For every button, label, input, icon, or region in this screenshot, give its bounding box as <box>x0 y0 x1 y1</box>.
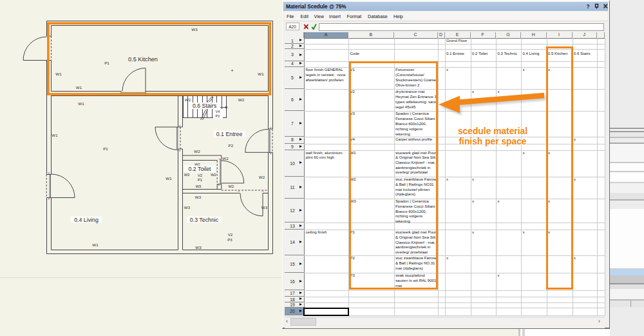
svg-text:V2: V2 <box>228 232 233 237</box>
svg-text:W1: W1 <box>55 72 62 76</box>
svg-text:P1: P1 <box>103 146 108 151</box>
svg-text:W2: W2 <box>238 97 245 102</box>
svg-text:W3: W3 <box>195 195 202 199</box>
svg-text:W1: W1 <box>166 176 172 181</box>
svg-text:W2: W2 <box>222 156 229 161</box>
svg-text:W1: W1 <box>78 101 84 106</box>
svg-text:W3: W3 <box>184 173 190 177</box>
svg-text:0.4 Living: 0.4 Living <box>74 217 99 223</box>
svg-text:P2: P2 <box>216 114 220 118</box>
svg-text:W2: W2 <box>259 175 265 179</box>
svg-text:0.3 Technic: 0.3 Technic <box>190 217 219 223</box>
svg-text:P1: P1 <box>198 178 202 182</box>
svg-text:0.5 Kitchen: 0.5 Kitchen <box>128 56 158 63</box>
svg-text:W3: W3 <box>196 184 202 188</box>
svg-text:W3: W3 <box>191 27 198 32</box>
svg-text:W2: W2 <box>211 173 216 177</box>
svg-text:W1: W1 <box>52 133 58 137</box>
svg-text:0.2 Toilet: 0.2 Toilet <box>188 166 211 172</box>
svg-text:W3: W3 <box>261 205 268 210</box>
svg-text:V2: V2 <box>198 173 202 177</box>
svg-text:W2: W2 <box>194 149 200 153</box>
svg-text:P1: P1 <box>104 61 109 65</box>
svg-text:W1: W1 <box>92 242 99 247</box>
svg-text:P3: P3 <box>227 237 232 242</box>
svg-text:+: + <box>231 68 233 73</box>
svg-text:W2: W2 <box>228 184 234 188</box>
svg-text:W3: W3 <box>184 205 191 210</box>
svg-text:W3: W3 <box>195 245 202 250</box>
svg-text:P2: P2 <box>229 143 234 148</box>
svg-text:0.1 Entree: 0.1 Entree <box>216 131 243 137</box>
svg-text:W1: W1 <box>76 85 82 90</box>
svg-text:V4: V4 <box>216 110 220 114</box>
svg-text:0.6 Stairs: 0.6 Stairs <box>193 103 217 109</box>
svg-text:W2: W2 <box>185 97 191 102</box>
svg-text:W1: W1 <box>258 72 264 76</box>
